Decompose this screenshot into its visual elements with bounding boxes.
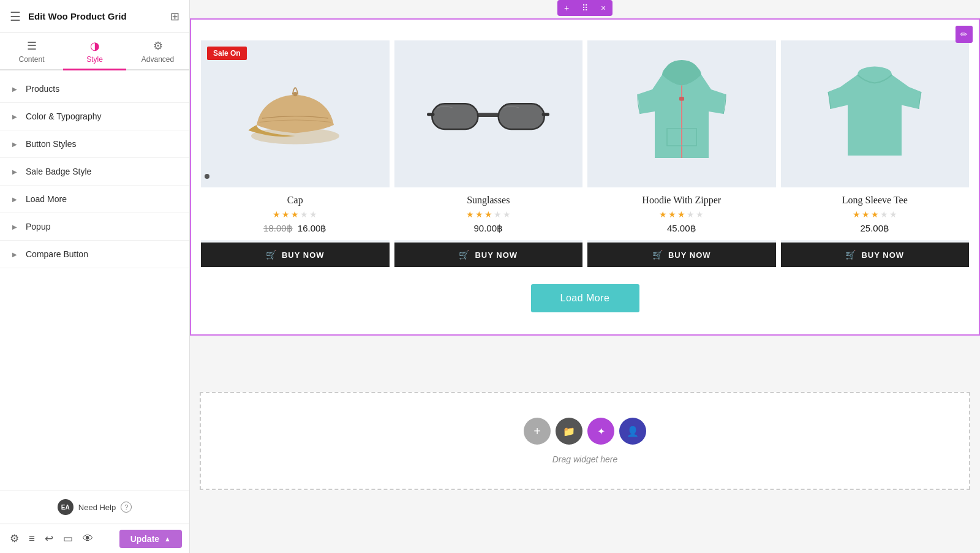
content-tab-icon: ☰ — [27, 39, 37, 53]
accordion-header-compare-button[interactable]: ▶ Compare Button — [0, 241, 189, 268]
responsive-icon[interactable]: ▭ — [61, 530, 75, 547]
accordion-header-products[interactable]: ▶ Products — [0, 75, 189, 102]
grid-icon[interactable]: ⊞ — [170, 10, 179, 23]
arrow-icon-compare-button: ▶ — [12, 251, 17, 258]
hamburger-icon[interactable]: ☰ — [10, 9, 21, 24]
star3: ★ — [484, 209, 492, 219]
accordion-header-button-styles[interactable]: ▶ Button Styles — [0, 130, 189, 157]
product-image-hoodie — [587, 40, 776, 187]
product-card-cap: Sale On Cap ★ — [201, 40, 390, 267]
style-tab-icon: ◑ — [90, 39, 100, 53]
add-folder-button[interactable]: 📁 — [556, 418, 582, 445]
product-image-sunglasses — [394, 40, 583, 187]
load-more-button[interactable]: Load More — [531, 284, 639, 312]
history-icon[interactable]: ↩ — [42, 530, 56, 547]
new-price-cap: 16.00฿ — [298, 223, 327, 233]
add-user-button[interactable]: 👤 — [619, 418, 646, 445]
accordion-label-compare-button: Compare Button — [26, 249, 88, 259]
accordion-item-load-more: ▶ Load More — [0, 186, 189, 213]
update-label: Update — [130, 534, 159, 544]
product-image-cap: Sale On — [201, 40, 390, 187]
buy-btn-hoodie[interactable]: 🛒 BUY NOW — [587, 243, 776, 267]
drag-widget-area: + 📁 ✦ 👤 Drag widget here — [200, 392, 970, 490]
stars-sunglasses: ★ ★ ★ ★ ★ — [401, 209, 577, 219]
product-info-tee: Long Sleeve Tee ★ ★ ★ ★ ★ 25.00฿ — [781, 187, 970, 240]
star1: ★ — [273, 209, 281, 219]
widget-add-btn[interactable]: + — [557, 0, 576, 16]
stars-cap: ★ ★ ★ ★ ★ — [207, 209, 383, 219]
star2: ★ — [668, 209, 676, 219]
svg-point-1 — [293, 92, 297, 96]
update-button[interactable]: Update ▲ — [119, 530, 182, 548]
widget-add-buttons: + 📁 ✦ 👤 — [524, 418, 646, 445]
cart-icon-cap: 🛒 — [266, 250, 277, 260]
sunglasses-svg — [427, 77, 549, 151]
widget-close-btn[interactable]: × — [594, 0, 612, 16]
arrow-icon-popup: ▶ — [12, 224, 17, 230]
star2: ★ — [282, 209, 290, 219]
tab-advanced[interactable]: ⚙ Advanced — [126, 33, 189, 70]
price-wrap-tee: 25.00฿ — [787, 223, 963, 234]
hoodie-svg — [633, 59, 731, 169]
product-name-tee: Long Sleeve Tee — [787, 195, 963, 206]
settings-icon[interactable]: ⚙ — [7, 530, 21, 547]
product-info-sunglasses: Sunglasses ★ ★ ★ ★ ★ 90.00฿ — [394, 187, 583, 240]
svg-rect-5 — [427, 113, 435, 116]
preview-icon[interactable]: 👁 — [80, 530, 96, 547]
add-element-button[interactable]: + — [524, 418, 551, 445]
buy-btn-sunglasses[interactable]: 🛒 BUY NOW — [394, 243, 583, 267]
product-name-cap: Cap — [207, 195, 383, 206]
product-grid: Sale On Cap ★ — [198, 38, 971, 269]
accordion-label-sale-badge-style: Sale Badge Style — [26, 167, 91, 176]
product-image-tee — [781, 40, 970, 187]
arrow-icon-button-styles: ▶ — [12, 141, 17, 148]
price-wrap-cap: 18.00฿ 16.00฿ — [207, 223, 383, 234]
edit-icon-corner[interactable]: ✏ — [956, 26, 973, 43]
price-sunglasses: 90.00฿ — [473, 223, 503, 233]
star5: ★ — [696, 209, 704, 219]
star3: ★ — [677, 209, 685, 219]
accordion-item-popup: ▶ Popup — [0, 213, 189, 241]
star5: ★ — [503, 209, 511, 219]
star4: ★ — [687, 209, 695, 219]
need-help-label[interactable]: Need Help — [78, 503, 116, 512]
accordion-header-sale-badge-style[interactable]: ▶ Sale Badge Style — [0, 158, 189, 185]
need-help-section: EA Need Help ? — [0, 490, 189, 524]
tab-content[interactable]: ☰ Content — [0, 33, 63, 70]
cap-svg — [240, 68, 350, 160]
svg-rect-4 — [477, 113, 500, 117]
buy-btn-cap[interactable]: 🛒 BUY NOW — [201, 243, 390, 267]
update-caret-icon: ▲ — [164, 535, 171, 543]
buy-label-hoodie: BUY NOW — [668, 250, 711, 260]
cart-icon-hoodie: 🛒 — [652, 250, 663, 260]
accordion-header-popup[interactable]: ▶ Popup — [0, 213, 189, 240]
cart-icon-tee: 🛒 — [845, 250, 856, 260]
buy-btn-tee[interactable]: 🛒 BUY NOW — [781, 243, 970, 267]
main-content: + ⠿ × ✏ Sale On — [190, 0, 980, 553]
product-info-hoodie: Hoodie With Zipper ★ ★ ★ ★ ★ 45.00฿ — [587, 187, 776, 240]
stars-tee: ★ ★ ★ ★ ★ — [787, 209, 963, 219]
empty-section — [190, 336, 980, 385]
widget-toolbar: + ⠿ × — [557, 0, 612, 16]
arrow-icon-products: ▶ — [12, 86, 17, 92]
accordion-label-load-more: Load More — [26, 194, 67, 204]
tab-advanced-label: Advanced — [141, 55, 174, 64]
accordion-label-button-styles: Button Styles — [26, 139, 77, 149]
accordion-item-button-styles: ▶ Button Styles — [0, 130, 189, 158]
add-magic-button[interactable]: ✦ — [587, 418, 614, 445]
buy-label-sunglasses: BUY NOW — [475, 250, 518, 260]
star4: ★ — [880, 209, 888, 219]
product-name-hoodie: Hoodie With Zipper — [594, 195, 770, 206]
accordion-header-color-typography[interactable]: ▶ Color & Typography — [0, 103, 189, 130]
product-info-cap: Cap ★ ★ ★ ★ ★ 18.00฿ 16.00฿ — [201, 187, 390, 240]
help-icon[interactable]: ? — [121, 502, 132, 513]
bottom-bar: ⚙ ≡ ↩ ▭ 👁 Update ▲ — [0, 524, 189, 553]
accordion-header-load-more[interactable]: ▶ Load More — [0, 186, 189, 213]
ea-badge: EA — [58, 499, 74, 515]
widget-move-btn[interactable]: ⠿ — [576, 0, 594, 16]
sale-badge-cap: Sale On — [207, 47, 247, 60]
star1: ★ — [659, 209, 667, 219]
layers-icon[interactable]: ≡ — [26, 530, 37, 547]
tab-style-label: Style — [86, 55, 103, 64]
tab-style[interactable]: ◑ Style — [63, 33, 126, 70]
